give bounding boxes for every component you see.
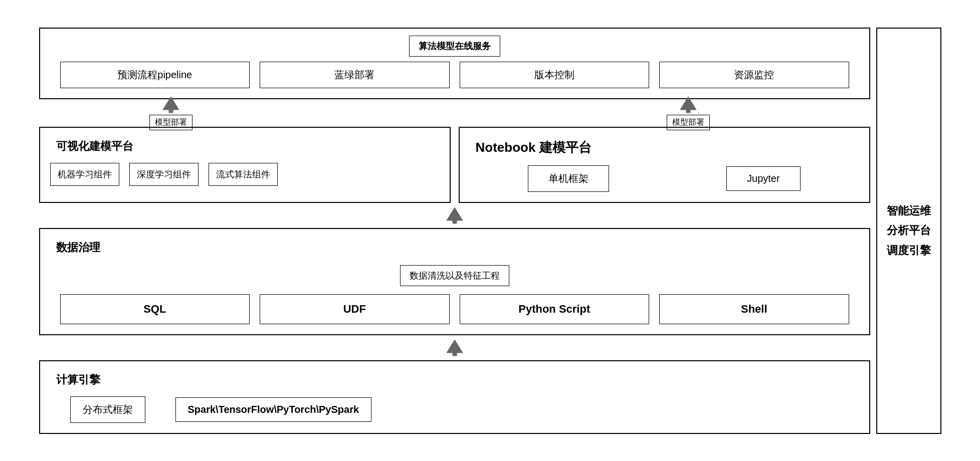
notebook-item-0: 单机框架 (528, 165, 609, 192)
visual-items-row: 机器学习组件 深度学习组件 流式算法组件 (40, 163, 450, 196)
svg-marker-1 (680, 97, 696, 113)
compute-item-0: 分布式框架 (70, 396, 145, 423)
notebook-item-1: Jupyter (726, 166, 801, 191)
visual-item-0: 机器学习组件 (50, 163, 119, 186)
algo-items-row: 预测流程pipeline 蓝绿部署 版本控制 资源监控 (40, 62, 869, 98)
compute-arrow-shape (446, 334, 464, 361)
compute-title-row: 计算引擎 (40, 361, 869, 396)
middle-up-arrow (39, 203, 870, 228)
data-item-1: UDF (260, 294, 450, 324)
compute-title: 计算引擎 (48, 367, 108, 392)
svg-marker-0 (163, 97, 179, 113)
compute-items-row: 分布式框架 Spark\TensorFlow\PyTorch\PySpark (40, 396, 869, 433)
data-title-row: 数据治理 (40, 229, 869, 262)
middle-row: 可视化建模平台 机器学习组件 深度学习组件 流式算法组件 Notebook 建模… (39, 127, 870, 203)
diagram-wrapper: 算法模型在线服务 预测流程pipeline 蓝绿部署 版本控制 资源监控 模型部… (39, 28, 941, 434)
svg-marker-2 (447, 207, 463, 223)
algo-title: 算法模型在线服务 (409, 36, 500, 57)
visual-title: 可视化建模平台 (48, 134, 141, 159)
left-up-arrow-icon (162, 96, 180, 114)
algo-item-2: 版本控制 (460, 62, 650, 88)
visual-item-2: 流式算法组件 (209, 163, 278, 186)
data-sublabel: 数据清洗以及特征工程 (400, 265, 509, 286)
compute-section: 计算引擎 分布式框架 Spark\TensorFlow\PyTorch\PySp… (39, 360, 870, 434)
visual-title-row: 可视化建模平台 (40, 128, 450, 163)
algo-item-1: 蓝绿部署 (260, 62, 450, 88)
algo-title-row: 算法模型在线服务 (40, 29, 869, 62)
center-up-arrow (446, 201, 464, 229)
right-sidebar: 智能运维分析平台调度引擎 (876, 28, 941, 434)
data-title: 数据治理 (48, 235, 108, 260)
left-deploy-arrow: 模型部署 (149, 96, 192, 130)
right-up-arrow-icon (679, 96, 697, 114)
data-section: 数据治理 数据清洗以及特征工程 SQL UDF Python Script Sh… (39, 228, 870, 335)
model-deploy-arrows: 模型部署 模型部署 (39, 99, 870, 127)
visual-item-1: 深度学习组件 (129, 163, 199, 186)
algo-item-3: 资源监控 (659, 62, 849, 88)
data-items-row: SQL UDF Python Script Shell (40, 289, 869, 334)
data-item-0: SQL (60, 294, 250, 324)
notebook-title: Notebook 建模平台 (468, 134, 600, 161)
notebook-title-row: Notebook 建模平台 (460, 128, 869, 165)
compute-up-arrow (39, 335, 870, 360)
sidebar-label: 智能运维分析平台调度引擎 (882, 201, 935, 261)
data-item-3: Shell (659, 294, 849, 324)
center-up-arrow-icon (446, 206, 464, 224)
notebook-section: Notebook 建模平台 单机框架 Jupyter (459, 127, 870, 203)
algo-item-0: 预测流程pipeline (60, 62, 250, 88)
algo-section: 算法模型在线服务 预测流程pipeline 蓝绿部署 版本控制 资源监控 (39, 28, 870, 99)
compute-up-arrow-icon (446, 339, 464, 357)
visual-section: 可视化建模平台 机器学习组件 深度学习组件 流式算法组件 (39, 127, 451, 203)
svg-marker-3 (447, 340, 463, 356)
compute-item-1: Spark\TensorFlow\PyTorch\PySpark (175, 397, 372, 422)
notebook-items-row: 单机框架 Jupyter (460, 165, 869, 202)
right-deploy-arrow: 模型部署 (667, 96, 710, 130)
data-sublabel-row: 数据清洗以及特征工程 (40, 262, 869, 289)
main-content: 算法模型在线服务 预测流程pipeline 蓝绿部署 版本控制 资源监控 模型部… (39, 28, 870, 434)
data-item-2: Python Script (460, 294, 650, 324)
